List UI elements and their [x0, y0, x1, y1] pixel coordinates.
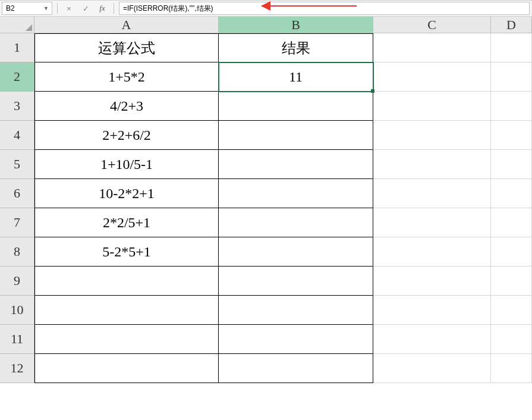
row-header-1[interactable]: 1: [0, 33, 34, 62]
row-header-2[interactable]: 2: [0, 62, 34, 92]
grid-row: 4 2+2+6/2: [0, 121, 532, 150]
cell-c8[interactable]: [373, 237, 491, 267]
cell-c9[interactable]: [373, 267, 491, 296]
cell-d7[interactable]: [491, 208, 532, 237]
cell-c7[interactable]: [373, 208, 491, 237]
grid-row: 11: [0, 325, 532, 354]
grid-row: 9: [0, 267, 532, 296]
cell-b2[interactable]: 11: [219, 62, 373, 92]
cell-d6[interactable]: [491, 179, 532, 208]
row-header-7[interactable]: 7: [0, 208, 34, 237]
grid-row: 6 10-2*2+1: [0, 179, 532, 208]
cell-c11[interactable]: [373, 325, 491, 354]
name-box-value: B2: [6, 4, 15, 12]
divider: [114, 3, 114, 14]
cell-a8[interactable]: 5-2*5+1: [34, 237, 219, 267]
cell-c3[interactable]: [373, 92, 491, 121]
row-header-9[interactable]: 9: [0, 267, 34, 296]
grid-row: 1 运算公式 结果: [0, 33, 532, 62]
cell-a3[interactable]: 4/2+3: [34, 92, 219, 121]
cell-d9[interactable]: [491, 267, 532, 296]
name-box[interactable]: B2 ▼: [2, 2, 52, 15]
cell-b6[interactable]: [219, 179, 373, 208]
cell-d2[interactable]: [491, 62, 532, 92]
formula-bar: B2 ▼ × ✓ fx =IF(ISERROR(结果),"",结果): [0, 0, 532, 17]
spreadsheet-grid: A B C D 1 运算公式 结果 2 1+5*2 11 3 4/2+3: [0, 17, 532, 420]
row-header-12[interactable]: 12: [0, 354, 34, 383]
col-header-d[interactable]: D: [491, 17, 532, 33]
row-header-4[interactable]: 4: [0, 121, 34, 150]
cell-c10[interactable]: [373, 296, 491, 325]
col-header-b[interactable]: B: [219, 17, 373, 33]
cell-b7[interactable]: [219, 208, 373, 237]
confirm-formula-button[interactable]: ✓: [80, 3, 91, 14]
cell-b3[interactable]: [219, 92, 373, 121]
grid-row: 2 1+5*2 11: [0, 62, 532, 92]
cell-d5[interactable]: [491, 150, 532, 179]
cell-d8[interactable]: [491, 237, 532, 267]
name-box-dropdown-icon[interactable]: ▼: [43, 5, 51, 11]
fill-handle[interactable]: [371, 89, 374, 93]
cell-b10[interactable]: [219, 296, 373, 325]
grid-row: 12: [0, 354, 532, 383]
cell-d4[interactable]: [491, 121, 532, 150]
cell-b11[interactable]: [219, 325, 373, 354]
cell-d3[interactable]: [491, 92, 532, 121]
grid-row: 5 1+10/5-1: [0, 150, 532, 179]
divider: [57, 3, 58, 14]
select-all-corner[interactable]: [0, 17, 34, 33]
cell-d1[interactable]: [491, 33, 532, 62]
grid-row: 3 4/2+3: [0, 92, 532, 121]
cell-a5[interactable]: 1+10/5-1: [34, 150, 219, 179]
cell-a12[interactable]: [34, 354, 219, 383]
cell-b12[interactable]: [219, 354, 373, 383]
corner-triangle-icon: [26, 24, 32, 31]
cell-b2-value: 11: [289, 69, 303, 85]
cell-a10[interactable]: [34, 296, 219, 325]
cell-a11[interactable]: [34, 325, 219, 354]
grid-row: 10: [0, 296, 532, 325]
cell-a4[interactable]: 2+2+6/2: [34, 121, 219, 150]
col-header-a[interactable]: A: [34, 17, 219, 33]
cell-b4[interactable]: [219, 121, 373, 150]
cell-c2[interactable]: [373, 62, 491, 92]
cell-c5[interactable]: [373, 150, 491, 179]
cell-b8[interactable]: [219, 237, 373, 267]
row-header-5[interactable]: 5: [0, 150, 34, 179]
grid-row: 8 5-2*5+1: [0, 237, 532, 267]
cell-c1[interactable]: [373, 33, 491, 62]
row-header-8[interactable]: 8: [0, 237, 34, 267]
grid-body: 1 运算公式 结果 2 1+5*2 11 3 4/2+3 4 2+2+6/2: [0, 33, 532, 420]
cell-c6[interactable]: [373, 179, 491, 208]
cell-c12[interactable]: [373, 354, 491, 383]
formula-buttons: × ✓ fx: [52, 3, 119, 14]
grid-row: 7 2*2/5+1: [0, 208, 532, 237]
cell-a2[interactable]: 1+5*2: [34, 62, 219, 92]
col-header-c[interactable]: C: [373, 17, 491, 33]
cell-a7[interactable]: 2*2/5+1: [34, 208, 219, 237]
cell-b9[interactable]: [219, 267, 373, 296]
cancel-formula-button[interactable]: ×: [64, 3, 74, 14]
row-header-3[interactable]: 3: [0, 92, 34, 121]
row-header-11[interactable]: 11: [0, 325, 34, 354]
formula-input[interactable]: =IF(ISERROR(结果),"",结果): [119, 2, 530, 15]
cell-c4[interactable]: [373, 121, 491, 150]
cell-a6[interactable]: 10-2*2+1: [34, 179, 219, 208]
cell-b1[interactable]: 结果: [219, 33, 373, 62]
row-header-6[interactable]: 6: [0, 179, 34, 208]
formula-text: =IF(ISERROR(结果),"",结果): [123, 4, 213, 14]
cell-d12[interactable]: [491, 354, 532, 383]
row-header-10[interactable]: 10: [0, 296, 34, 325]
cell-b5[interactable]: [219, 150, 373, 179]
cell-a9[interactable]: [34, 267, 219, 296]
column-headers: A B C D: [0, 17, 532, 33]
cell-d11[interactable]: [491, 325, 532, 354]
cell-a1[interactable]: 运算公式: [34, 33, 219, 62]
cell-d10[interactable]: [491, 296, 532, 325]
fx-icon[interactable]: fx: [97, 3, 108, 14]
